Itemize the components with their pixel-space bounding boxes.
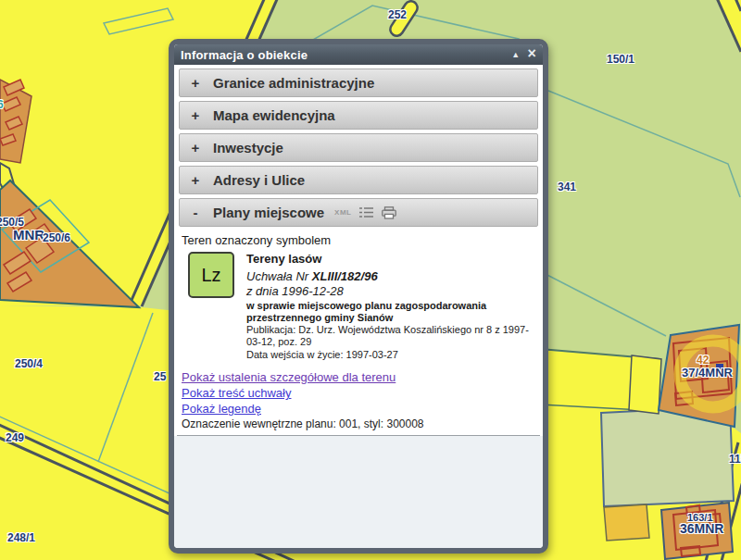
plan-internal-id: Oznaczenie wewnętrzne planu: 001, styl: … [182, 417, 535, 430]
popup-title: Informacja o obiekcie [181, 48, 308, 62]
parcel-amber[interactable] [604, 504, 649, 541]
accordion-label: Plany miejscowe [213, 205, 324, 220]
accordion-adresy-i-ulice[interactable]: + Adresy i Ulice [179, 166, 538, 194]
accordion-granice-administracyjne[interactable]: + Granice administracyjne [179, 68, 538, 97]
popup-titlebar[interactable]: Informacja o obiekcie ▲ × [174, 44, 543, 65]
expand-plus-icon: + [189, 172, 202, 188]
plan-name: Tereny lasów [246, 252, 535, 267]
expand-plus-icon: + [189, 140, 202, 156]
plan-resolution: Uchwała Nr XLIII/182/96 [246, 269, 535, 284]
link-show-detailed-findings[interactable]: Pokaż ustalenia szczegółowe dla terenu [182, 369, 535, 385]
accordion-label: Adresy i Ulice [213, 172, 305, 188]
accordion-mapa-ewidencyjna[interactable]: + Mapa ewidencyjna [179, 101, 538, 130]
info-popup: Informacja o obiekcie ▲ × + Granice admi… [169, 39, 548, 554]
list-icon[interactable] [359, 206, 373, 218]
print-icon[interactable] [382, 206, 396, 219]
expand-plus-icon: + [189, 107, 202, 123]
link-show-legend[interactable]: Pokaż legendę [182, 401, 535, 417]
parcel-yellow-small[interactable] [629, 355, 661, 414]
selection-point [716, 364, 723, 371]
plan-resolution-date: z dnia 1996-12-28 [246, 284, 535, 299]
content-empty-area [174, 436, 543, 548]
plan-symbol-badge: Lz [188, 252, 234, 298]
accordion-plany-miejscowe[interactable]: - Plany miejscowe XML [179, 198, 538, 227]
collapse-icon[interactable]: ▲ [511, 51, 520, 59]
link-show-resolution-text[interactable]: Pokaż treść uchwały [182, 385, 535, 401]
close-icon[interactable]: × [527, 46, 536, 61]
plan-effective-date: Data wejścia w życie: 1997-03-27 [246, 348, 535, 361]
plans-content: Teren oznaczony symbolem Lz Tereny lasów… [174, 227, 543, 548]
xml-export-icon[interactable]: XML [334, 208, 351, 217]
accordion-label: Granice administracyjne [213, 75, 374, 91]
plan-publication: Publikacja: Dz. Urz. Województwa Koszali… [246, 324, 535, 348]
accordion-inwestycje[interactable]: + Inwestycje [179, 133, 538, 162]
accordion-label: Mapa ewidencyjna [213, 107, 335, 123]
point-marker [701, 523, 706, 528]
collapse-minus-icon: - [189, 205, 202, 220]
accordion-label: Inwestycje [213, 140, 283, 156]
parcel-orange-163-1[interactable] [661, 503, 733, 559]
expand-plus-icon: + [189, 75, 202, 91]
plan-subject: w sprawie miejscowego planu zagospodarow… [246, 300, 532, 324]
plans-intro: Teren oznaczony symbolem [182, 233, 535, 247]
